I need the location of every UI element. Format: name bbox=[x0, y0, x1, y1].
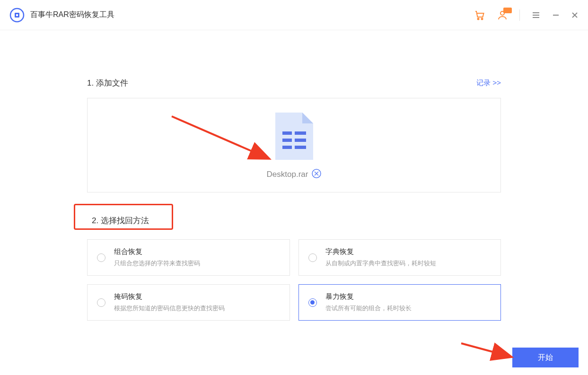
remove-file-icon[interactable] bbox=[312, 169, 321, 180]
user-icon[interactable] bbox=[497, 9, 508, 21]
start-button[interactable]: 开始 bbox=[512, 348, 579, 367]
svg-rect-2 bbox=[16, 14, 18, 16]
main-content: 1. 添加文件 记录 >> Desktop.rar bbox=[0, 30, 588, 321]
section1-header: 1. 添加文件 记录 >> bbox=[87, 78, 501, 88]
method-desc: 尝试所有可能的组合，耗时较长 bbox=[325, 304, 412, 313]
svg-rect-14 bbox=[282, 139, 292, 142]
close-icon[interactable] bbox=[571, 11, 579, 19]
app-title: 百事牛RAR密码恢复工具 bbox=[30, 10, 114, 20]
method-desc: 根据您所知道的密码信息更快的查找密码 bbox=[114, 304, 225, 313]
cart-icon[interactable] bbox=[474, 9, 485, 21]
arrow-annotation-2 bbox=[459, 340, 516, 363]
method-mask[interactable]: 掩码恢复 根据您所知道的密码信息更快的查找密码 bbox=[87, 284, 290, 321]
log-link[interactable]: 记录 >> bbox=[476, 78, 501, 87]
svg-point-3 bbox=[478, 18, 479, 19]
titlebar-right bbox=[474, 9, 579, 21]
method-desc: 从自制或内置字典中查找密码，耗时较短 bbox=[325, 259, 436, 268]
svg-rect-16 bbox=[282, 146, 292, 149]
method-title: 掩码恢复 bbox=[114, 292, 225, 301]
section2-header: 2. 选择找回方法 bbox=[87, 211, 177, 230]
svg-rect-17 bbox=[295, 146, 306, 149]
method-title: 暴力恢复 bbox=[325, 292, 412, 301]
separator bbox=[519, 9, 520, 21]
titlebar: 百事牛RAR密码恢复工具 bbox=[0, 0, 588, 30]
method-desc: 只组合您选择的字符来查找密码 bbox=[114, 259, 200, 268]
file-icon bbox=[273, 110, 316, 164]
section2-title: 2. 选择找回方法 bbox=[92, 216, 149, 225]
svg-rect-15 bbox=[295, 139, 306, 142]
method-title: 组合恢复 bbox=[114, 247, 200, 256]
radio-icon bbox=[97, 298, 105, 307]
file-dropzone[interactable]: Desktop.rar bbox=[87, 98, 501, 192]
svg-rect-12 bbox=[282, 131, 292, 135]
svg-point-4 bbox=[482, 18, 483, 19]
methods-grid: 组合恢复 只组合您选择的字符来查找密码 字典恢复 从自制或内置字典中查找密码，耗… bbox=[87, 239, 501, 321]
svg-rect-13 bbox=[295, 131, 306, 135]
svg-line-24 bbox=[461, 343, 509, 356]
radio-icon bbox=[308, 253, 317, 262]
radio-icon bbox=[308, 298, 317, 307]
menu-icon[interactable] bbox=[531, 10, 541, 20]
app-logo-icon bbox=[9, 8, 25, 23]
radio-icon bbox=[97, 253, 105, 262]
method-combo[interactable]: 组合恢复 只组合您选择的字符来查找密码 bbox=[87, 239, 290, 276]
section1-title: 1. 添加文件 bbox=[87, 78, 128, 88]
method-dict[interactable]: 字典恢复 从自制或内置字典中查找密码，耗时较短 bbox=[298, 239, 501, 276]
method-title: 字典恢复 bbox=[325, 247, 436, 256]
method-brute[interactable]: 暴力恢复 尝试所有可能的组合，耗时较长 bbox=[298, 284, 501, 321]
titlebar-left: 百事牛RAR密码恢复工具 bbox=[9, 8, 114, 23]
file-row: Desktop.rar bbox=[267, 169, 322, 180]
footer: 开始 bbox=[512, 348, 579, 367]
file-name: Desktop.rar bbox=[267, 170, 308, 179]
minimize-icon[interactable] bbox=[552, 11, 560, 19]
